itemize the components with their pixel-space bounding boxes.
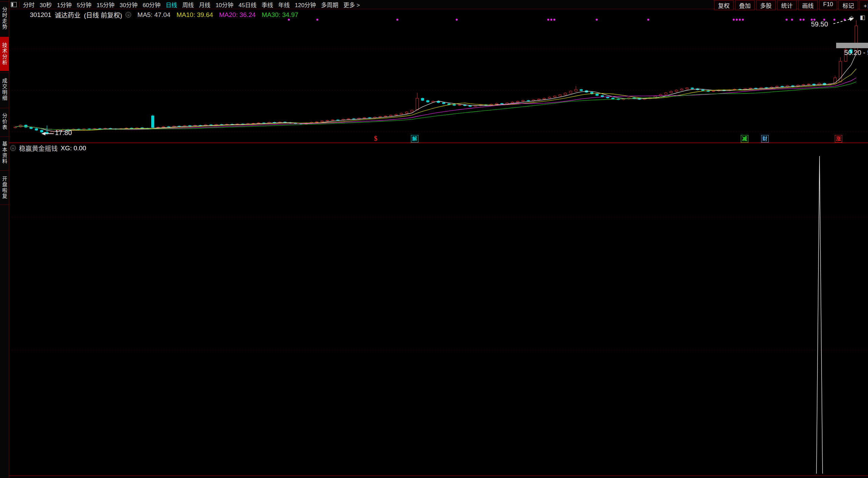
- chevron-down-icon[interactable]: ⌄: [125, 12, 131, 18]
- ma10-label: MA10: 39.64: [177, 11, 213, 19]
- range-price-label: 50.20 - 5: [844, 49, 868, 57]
- stock-info-line: 301201 诚达药业 (日线 前复权) ⌄ MA5: 47.04 MA10: …: [30, 10, 298, 19]
- ma5-label: MA5: 47.04: [137, 11, 170, 19]
- sidebar-tab-3[interactable]: 分价表: [0, 108, 9, 135]
- sidebar-tab-1[interactable]: 技术分析: [0, 37, 9, 71]
- indicator-label: ⌄ 稳赢黄金摇钱 XG: 0.00: [10, 144, 86, 153]
- stock-name: 诚达药业: [55, 10, 80, 19]
- kline-chart[interactable]: [0, 0, 868, 478]
- sidebar-tab-5[interactable]: 开盘啦复: [0, 170, 9, 205]
- event-badge-2[interactable]: 减: [741, 135, 748, 142]
- ma20-label: MA20: 36.24: [219, 11, 256, 19]
- indicator-name: 稳赢黄金摇钱: [19, 144, 58, 153]
- sidebar-tab-0[interactable]: 分时走势: [0, 1, 9, 35]
- ma30-label: MA30: 34.97: [262, 11, 298, 19]
- app-window: 分时30秒1分钟5分钟15分钟30分钟60分钟日线周线月线10分钟45日线季线年…: [0, 0, 868, 478]
- sidebar-tab-2[interactable]: 成交明细: [0, 73, 9, 106]
- price-tag-box: [836, 43, 868, 48]
- sidebar-tab-4[interactable]: 基本资料: [0, 136, 9, 169]
- diamond-icon[interactable]: ◇: [849, 14, 854, 21]
- event-badge-3[interactable]: 财: [761, 135, 769, 142]
- half-square-icon[interactable]: ◧: [860, 14, 865, 21]
- chart-mode: (日线 前复权): [84, 10, 122, 19]
- stock-code: 301201: [30, 11, 51, 19]
- event-badge-1[interactable]: 解: [411, 135, 418, 142]
- low-price-label: 17.80: [55, 129, 72, 137]
- collapse-chevron-icon[interactable]: ⌄: [10, 145, 16, 151]
- event-badge-0[interactable]: $: [373, 135, 378, 142]
- event-badge-4[interactable]: 涨: [835, 135, 842, 142]
- high-price-label: 59.50: [811, 20, 828, 28]
- indicator-value: XG: 0.00: [61, 145, 86, 152]
- left-sidebar: 分时走势技术分析成交明细分价表基本资料开盘啦复: [0, 0, 9, 478]
